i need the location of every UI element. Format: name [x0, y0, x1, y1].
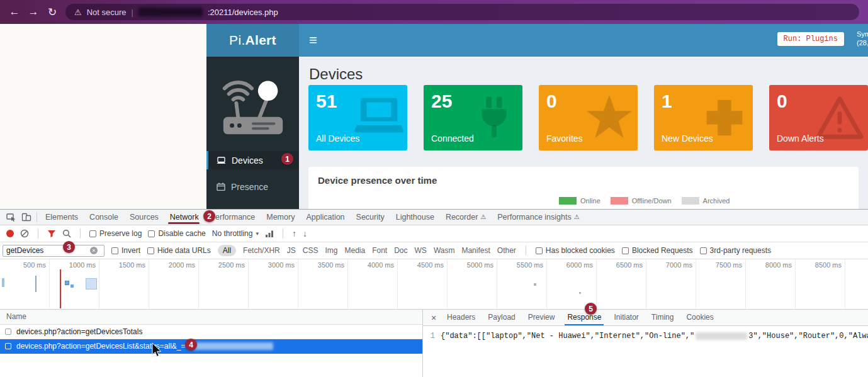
disable-cache-label: Disable cache [158, 229, 205, 238]
device-toolbar-icon[interactable] [19, 211, 34, 223]
devices-icon [217, 157, 226, 164]
tab-performance-insights[interactable]: Performance insights ⚠ [492, 210, 585, 225]
divider [283, 228, 283, 239]
reload-icon[interactable]: ↻ [43, 6, 62, 19]
tab-application[interactable]: Application [300, 210, 350, 225]
timeline-event-line [60, 269, 61, 308]
run-plugins-button[interactable]: Run: Plugins [777, 32, 844, 46]
sidebar-item-presence[interactable]: Presence [206, 177, 299, 196]
tab-memory[interactable]: Memory [261, 210, 300, 225]
app-logo[interactable]: Pi.Alert [206, 24, 299, 57]
card-label: Down Alerts [777, 133, 824, 143]
third-party-requests-checkbox[interactable]: 3rd-party requests [700, 246, 771, 255]
filter-toggle-icon[interactable] [47, 230, 56, 238]
address-separator: | [132, 8, 133, 17]
divider [526, 245, 526, 256]
forward-icon[interactable]: → [24, 6, 43, 18]
filter-type-media[interactable]: Media [344, 246, 365, 255]
star-icon [585, 93, 634, 142]
filter-type-manifest[interactable]: Manifest [461, 246, 490, 255]
filter-type-doc[interactable]: Doc [394, 246, 407, 255]
divider [80, 228, 81, 239]
filter-type-other[interactable]: Other [497, 246, 516, 255]
filter-type-css[interactable]: CSS [303, 246, 318, 255]
throttling-select[interactable]: No throttling▾ [212, 229, 259, 238]
network-conditions-icon[interactable] [265, 230, 274, 237]
redacted-host [138, 8, 203, 16]
back-icon[interactable]: ← [5, 6, 24, 18]
tab-elements[interactable]: Elements [40, 210, 84, 225]
timeline-tick: 5500 ms [497, 259, 547, 309]
network-overview-timeline[interactable]: 500 ms 1000 ms 1500 ms 2000 ms 2500 ms 3… [0, 259, 868, 310]
chevron-down-icon: ▾ [256, 230, 259, 237]
card-connected[interactable]: 25 Connected [424, 85, 522, 150]
request-list: Name devices.php?action=getDevicesTotals… [0, 310, 423, 377]
filter-input[interactable] [3, 246, 90, 255]
tab-lighthouse[interactable]: Lighthouse [390, 210, 440, 225]
inspect-element-icon[interactable] [4, 211, 19, 223]
timeline-tick: 2000 ms [149, 259, 199, 309]
record-network-log-button[interactable] [6, 230, 14, 237]
step-badge-1: 1 [281, 153, 293, 165]
tab-security[interactable]: Security [351, 210, 390, 225]
step-badge-5: 5 [585, 303, 597, 315]
network-toolbar: Preserve log Disable cache No throttling… [0, 225, 868, 242]
plug-icon [470, 93, 519, 142]
sidebar-toggle-icon[interactable]: ≡ [309, 24, 317, 57]
clear-filter-icon[interactable]: × [90, 247, 98, 254]
address-bar[interactable]: ⚠ Not secure | :20211/devices.php [65, 4, 859, 20]
preserve-log-label: Preserve log [99, 229, 142, 238]
clear-network-log-icon[interactable] [20, 229, 29, 238]
has-blocked-cookies-checkbox[interactable]: Has blocked cookies [536, 246, 615, 255]
close-detail-icon[interactable]: × [427, 313, 441, 323]
detail-tab-initiator[interactable]: Initiator [607, 310, 645, 325]
detail-tab-cookies[interactable]: Cookies [680, 310, 719, 325]
timeline-tick: 4500 ms [398, 259, 448, 309]
tab-recorder[interactable]: Recorder ⚠ [440, 210, 492, 225]
filter-type-ws[interactable]: WS [415, 246, 427, 255]
import-har-icon[interactable]: ↑ [292, 228, 296, 239]
export-har-icon[interactable]: ↓ [303, 228, 307, 239]
pialert-router-logo [206, 57, 299, 151]
invert-checkbox[interactable]: Invert [111, 246, 140, 255]
network-filter-field[interactable]: × [3, 245, 104, 257]
timeline-activity-mark [2, 278, 4, 287]
filter-type-font[interactable]: Font [372, 246, 387, 255]
disable-cache-checkbox[interactable]: Disable cache [148, 229, 205, 238]
filter-type-fetch-xhr[interactable]: Fetch/XHR [243, 246, 280, 255]
filter-type-wasm[interactable]: Wasm [434, 246, 455, 255]
detail-tab-payload[interactable]: Payload [482, 310, 521, 325]
timeline-tick: 3000 ms [249, 259, 298, 309]
request-row-get-devices-totals[interactable]: devices.php?action=getDevicesTotals [0, 325, 422, 339]
filter-type-js[interactable]: JS [287, 246, 296, 255]
detail-tab-response[interactable]: Response [561, 310, 607, 325]
request-detail-tab-bar: × Headers Payload Preview Response Initi… [423, 310, 868, 326]
logo-alert: Alert [245, 33, 276, 48]
experimental-icon: ⚠ [574, 210, 580, 225]
step-badge-3: 3 [63, 241, 75, 253]
timeline-tick: 6000 ms [547, 259, 597, 309]
filter-type-all[interactable]: All [218, 245, 236, 256]
tab-console[interactable]: Console [84, 210, 124, 225]
filter-type-img[interactable]: Img [325, 246, 337, 255]
card-down-alerts[interactable]: 0 Down Alerts [769, 85, 868, 150]
tab-network[interactable]: Network [164, 210, 205, 225]
blocked-requests-checkbox[interactable]: Blocked Requests [622, 246, 693, 255]
request-row-get-devices-list[interactable]: devices.php?action=getDevicesList&status… [0, 339, 422, 354]
hide-data-urls-checkbox[interactable]: Hide data URLs [147, 246, 211, 255]
detail-tab-timing[interactable]: Timing [645, 310, 680, 325]
card-favorites[interactable]: 0 Favorites [539, 85, 638, 150]
card-new-devices[interactable]: 1 New Devices [654, 85, 753, 150]
detail-tab-headers[interactable]: Headers [441, 310, 482, 325]
header-right-line2: (28, [857, 38, 868, 47]
detail-tab-preview[interactable]: Preview [522, 310, 561, 325]
legend-offline-label: Offline/Down [632, 197, 672, 205]
tab-sources[interactable]: Sources [124, 210, 164, 225]
search-icon[interactable] [62, 229, 71, 238]
preserve-log-checkbox[interactable]: Preserve log [89, 229, 142, 238]
request-list-header-name[interactable]: Name [0, 310, 422, 325]
timeline-tick: 7500 ms [696, 259, 746, 309]
card-all-devices[interactable]: 51 All Devices [308, 85, 407, 150]
laptop-icon [354, 93, 403, 142]
sidebar-item-label: Presence [231, 182, 268, 192]
